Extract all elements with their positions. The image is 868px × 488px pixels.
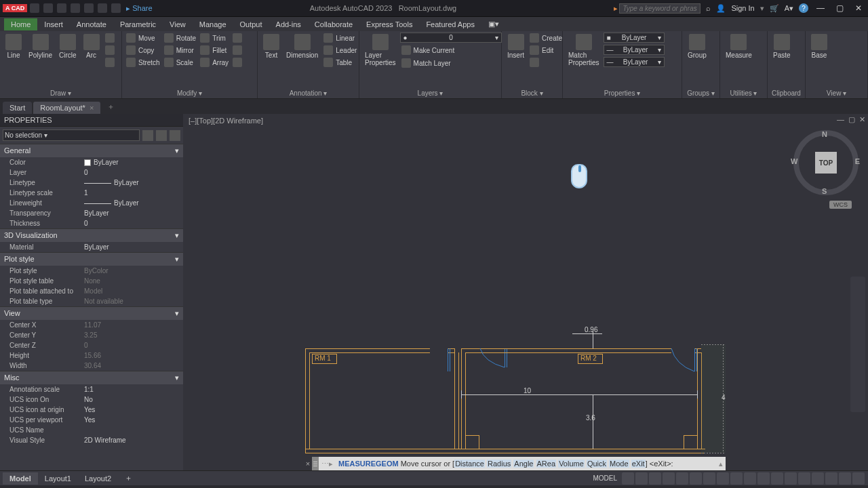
tab-insert[interactable]: Insert xyxy=(37,18,70,30)
tab-layout1[interactable]: Layout1 xyxy=(38,472,78,485)
add-tab-button[interactable]: ＋ xyxy=(102,100,120,114)
viewport-label[interactable]: [–][Top][2D Wireframe] xyxy=(189,117,263,125)
viewcube-south[interactable]: S xyxy=(822,187,827,195)
fillet-button[interactable]: Fillet xyxy=(199,45,230,56)
scale-button[interactable]: Scale xyxy=(163,57,197,68)
prop-centerx[interactable]: 11.07 xyxy=(84,321,183,329)
selection-dropdown[interactable]: No selection ▾ xyxy=(3,129,140,141)
prop-color[interactable]: ByLayer xyxy=(84,159,183,166)
status-quickprops-icon[interactable] xyxy=(798,472,810,485)
view-cube[interactable]: TOP N S E W xyxy=(793,130,859,195)
close-doc-icon[interactable]: × xyxy=(90,104,94,112)
status-units-icon[interactable] xyxy=(785,472,797,485)
add-layout-button[interactable]: ＋ xyxy=(118,471,139,485)
tab-annotate[interactable]: Annotate xyxy=(70,18,113,30)
prop-ucsicon-on[interactable]: No xyxy=(84,396,183,403)
prop-ucs-per-viewport[interactable]: Yes xyxy=(84,416,183,424)
vp-maximize-icon[interactable]: ▢ xyxy=(848,115,855,124)
panel-label-properties[interactable]: Properties ▾ xyxy=(566,88,679,98)
redo-icon[interactable] xyxy=(111,3,121,13)
tab-manage[interactable]: Manage xyxy=(193,18,233,30)
edit-block-button[interactable]: Edit xyxy=(528,45,564,56)
prop-lineweight[interactable]: ByLayer xyxy=(84,199,183,207)
viewcube-west[interactable]: W xyxy=(791,157,797,165)
group-button[interactable]: Group xyxy=(685,33,709,60)
status-lineweight-icon[interactable] xyxy=(703,472,715,485)
match-layer-button[interactable]: Match Layer xyxy=(400,58,502,68)
status-annomonitor-icon[interactable] xyxy=(771,472,783,485)
draw-extra-2[interactable] xyxy=(104,45,116,56)
vp-close-icon[interactable]: ✕ xyxy=(859,115,865,124)
layer-selector[interactable]: ● 0 ▾ xyxy=(400,33,502,43)
user-icon[interactable]: 👤 xyxy=(716,4,726,13)
app-store-icon[interactable]: A▾ xyxy=(785,4,793,13)
tab-home[interactable]: Home xyxy=(4,18,37,30)
status-model-label[interactable]: MODEL xyxy=(593,474,617,482)
status-cycling-icon[interactable] xyxy=(730,472,743,485)
tab-featuredapps[interactable]: Featured Apps xyxy=(419,18,481,30)
tab-view[interactable]: View xyxy=(163,18,193,30)
status-grid-icon[interactable] xyxy=(622,472,634,485)
prop-material[interactable]: ByLayer xyxy=(84,243,183,251)
prop-visual-style[interactable]: 2D Wireframe xyxy=(84,436,183,444)
section-general[interactable]: General▾ xyxy=(0,144,183,157)
search-icon[interactable]: ⌕ xyxy=(706,4,711,12)
signin-button[interactable]: Sign In xyxy=(731,4,754,12)
tab-output[interactable]: Output xyxy=(233,18,269,30)
leader-button[interactable]: Leader xyxy=(322,45,358,56)
panel-label-annotation[interactable]: Annotation ▾ xyxy=(260,88,356,98)
status-workspace-icon[interactable] xyxy=(757,472,770,485)
viewcube-north[interactable]: N xyxy=(822,130,827,138)
table-button[interactable]: Table xyxy=(322,57,358,68)
paste-button[interactable]: Paste xyxy=(770,33,793,60)
tab-layout2[interactable]: Layout2 xyxy=(78,472,118,485)
panel-label-modify[interactable]: Modify ▾ xyxy=(125,88,254,98)
prop-ltscale[interactable]: 1 xyxy=(84,189,183,197)
status-hardware-icon[interactable] xyxy=(825,472,837,485)
measure-button[interactable]: Measure xyxy=(723,33,755,60)
layer-properties-button[interactable]: Layer Properties xyxy=(362,33,399,68)
tab-start[interactable]: Start xyxy=(3,102,32,114)
create-block-button[interactable]: Create xyxy=(528,33,564,43)
app-logo[interactable]: A CAD xyxy=(3,4,27,12)
prop-ucsicon-origin[interactable]: Yes xyxy=(84,406,183,413)
panel-label-block[interactable]: Block ▾ xyxy=(505,88,559,98)
panel-label-draw[interactable]: Draw ▾ xyxy=(3,88,119,98)
tab-collaborate[interactable]: Collaborate xyxy=(308,18,359,30)
draw-extra-1[interactable] xyxy=(104,33,116,43)
dimension-button[interactable]: Dimension xyxy=(283,33,321,60)
viewcube-east[interactable]: E xyxy=(855,157,860,165)
text-button[interactable]: Text xyxy=(260,33,282,60)
new-icon[interactable] xyxy=(30,3,39,13)
cmdline-drag-handle[interactable] xyxy=(312,457,319,470)
copy-button[interactable]: Copy xyxy=(125,45,161,56)
vp-minimize-icon[interactable]: — xyxy=(837,115,844,124)
status-otrack-icon[interactable] xyxy=(690,472,702,485)
panel-label-groups[interactable]: Groups ▾ xyxy=(685,88,717,98)
cmdline-history-icon[interactable]: ▴ xyxy=(716,460,726,468)
status-ortho-icon[interactable] xyxy=(649,472,661,485)
prop-linetype[interactable]: ByLayer xyxy=(84,179,183,186)
draw-extra-3[interactable] xyxy=(104,57,116,68)
stretch-button[interactable]: Stretch xyxy=(125,57,161,68)
share-button[interactable]: ▸ Share xyxy=(126,4,152,13)
select-objects-icon[interactable] xyxy=(156,130,167,141)
insert-block-button[interactable]: Insert xyxy=(505,33,527,60)
tab-document[interactable]: RoomLayout*× xyxy=(33,102,100,114)
undo-icon[interactable] xyxy=(98,3,107,13)
tab-more-icon[interactable]: ▣▾ xyxy=(481,18,506,30)
arc-button[interactable]: Arc xyxy=(81,33,102,60)
panel-label-utilities[interactable]: Utilities ▾ xyxy=(723,88,764,98)
panel-label-view[interactable]: View ▾ xyxy=(808,88,865,98)
status-customize-icon[interactable] xyxy=(852,472,865,485)
prop-centerz[interactable]: 0 xyxy=(84,342,183,349)
cart-icon[interactable]: 🛒 xyxy=(770,4,779,13)
modify-extra-1[interactable] xyxy=(231,33,243,43)
prop-annoscale[interactable]: 1:1 xyxy=(84,386,183,393)
color-selector[interactable]: ■ ByLayer▾ xyxy=(604,33,665,43)
base-view-button[interactable]: Base xyxy=(808,33,830,60)
prop-thickness[interactable]: 0 xyxy=(84,220,183,227)
command-line[interactable]: ⋯▸ MEASUREGEOM Move cursor or [Distance … xyxy=(319,457,726,470)
panel-label-layers[interactable]: Layers ▾ xyxy=(362,88,498,98)
lineweight-selector[interactable]: — ByLayer▾ xyxy=(604,45,665,55)
